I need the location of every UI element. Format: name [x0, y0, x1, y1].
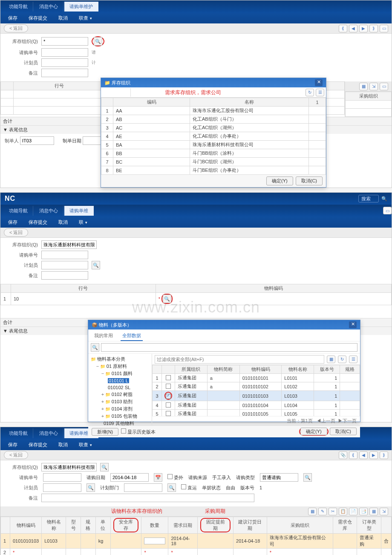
mm-local-search-icon[interactable]: 🔍: [91, 343, 99, 352]
dept-input[interactable]: [124, 483, 162, 492]
table-row[interactable]: 1乐通集团a0101010101L01011: [153, 374, 360, 382]
tree-01[interactable]: 01 原材料: [100, 364, 127, 369]
table-row[interactable]: [346, 101, 392, 109]
nav-prev-icon[interactable]: ◀: [359, 451, 368, 459]
save-submit-button[interactable]: 保存提交: [24, 218, 52, 226]
org-search-button[interactable]: 🔍: [100, 463, 109, 471]
mm-new-button[interactable]: 新增(N): [92, 428, 118, 436]
org-search-button[interactable]: 🔍: [94, 37, 102, 46]
tb-icon8[interactable]: ⇲: [380, 508, 388, 515]
tree-0103[interactable]: 0103 助剂: [105, 399, 133, 404]
cancel-button[interactable]: 取消: [54, 14, 72, 22]
table-row[interactable]: 2AB化工AB组织（斗门）: [101, 115, 326, 124]
org-input[interactable]: [41, 37, 88, 46]
calendar-icon[interactable]: 📅: [154, 473, 162, 482]
tree-0105[interactable]: 0105 包装物: [105, 413, 137, 419]
tree-010101-selected[interactable]: 010101 L: [108, 378, 129, 383]
nav-next-icon[interactable]: ▶: [369, 451, 378, 459]
planner-input[interactable]: [41, 261, 88, 269]
table-row[interactable]: 4AE化工AE组织（办事处）: [101, 132, 326, 141]
direct-checkbox[interactable]: [181, 484, 186, 489]
nav-last-icon[interactable]: ⟫: [380, 451, 388, 459]
po-no-input[interactable]: [43, 473, 81, 482]
planner-search-button[interactable]: 🔍: [86, 483, 95, 492]
table-row[interactable]: 3AC化工AC组织（湖州）: [101, 124, 326, 132]
refresh-icon[interactable]: ↻: [306, 89, 314, 96]
mm-prev-page[interactable]: ◀上一页: [317, 418, 335, 423]
tb-icon6[interactable]: 📑: [359, 508, 368, 515]
table-row[interactable]: 2 * * * *: [1, 549, 392, 555]
grid-icon[interactable]: ▦: [359, 83, 368, 90]
po-no-input[interactable]: [41, 251, 88, 259]
tree-0101[interactable]: 0101 颜料: [105, 371, 133, 376]
link-check-button[interactable]: 联查: [75, 14, 96, 22]
nav-next-icon[interactable]: ▶: [359, 25, 368, 32]
mm-next-page[interactable]: ▶下一页: [338, 418, 357, 423]
list-icon[interactable]: ☰: [316, 89, 324, 96]
save-button[interactable]: 保存: [4, 441, 22, 449]
tb-icon4[interactable]: 📋: [339, 508, 347, 515]
tab-po[interactable]: 请购单维: [64, 206, 94, 216]
modal-ok-button[interactable]: 确定(Y): [266, 176, 293, 185]
tb-icon5[interactable]: 📄: [349, 508, 357, 515]
save-button[interactable]: 保存: [4, 218, 22, 226]
tb-icon2[interactable]: ✎: [318, 508, 327, 515]
table-row[interactable]: 7BC斗门BC组织（湖州）: [101, 158, 326, 166]
tree-0104[interactable]: 0104 溶剂: [105, 406, 133, 411]
maximize-icon[interactable]: ▭: [380, 83, 388, 90]
mm-list-icon[interactable]: ☰: [349, 356, 357, 363]
tree-0109[interactable]: 0109 其他物料: [91, 420, 149, 425]
table-row[interactable]: 3乐通集团0101010103L01031: [153, 391, 360, 401]
back-button[interactable]: < 返回: [4, 228, 28, 237]
remark-input[interactable]: [41, 69, 88, 77]
dept-search-button[interactable]: 🔍: [167, 483, 176, 492]
table-row[interactable]: 4乐通集团0101010104L01041: [153, 401, 360, 410]
mm-local-search-input[interactable]: [101, 343, 357, 352]
remark-input[interactable]: [41, 271, 88, 280]
nav-first-icon[interactable]: ⟪: [339, 25, 347, 32]
mm-tab-all[interactable]: 全部数据: [121, 331, 143, 341]
tab-msg[interactable]: 消息中心: [34, 206, 63, 216]
cancel-button[interactable]: 取消: [54, 441, 72, 449]
mm-filter-input[interactable]: [155, 355, 324, 364]
max-icon[interactable]: ▭: [380, 25, 388, 32]
type-input[interactable]: [260, 473, 298, 482]
nav-first-icon[interactable]: ⟪: [349, 451, 357, 459]
mm-history-checkbox[interactable]: [121, 428, 126, 434]
table-row[interactable]: 1 0101010103 L0103 kg 2014-04-18 2014-04…: [1, 534, 392, 549]
table-row[interactable]: 5乐通集团0101010105L01051: [153, 410, 360, 416]
tb-icon3[interactable]: ✂: [329, 508, 337, 515]
mm-tab-mine[interactable]: 我的常用: [92, 331, 115, 341]
planner-input[interactable]: [41, 58, 88, 67]
table-row[interactable]: 1 10 * 🔍: [1, 293, 392, 305]
global-search[interactable]: 搜索: [358, 195, 379, 202]
mm-refresh-icon[interactable]: ↻: [338, 356, 346, 363]
po-no-input[interactable]: [41, 48, 88, 57]
tree-root[interactable]: 物料基本分类: [91, 356, 149, 363]
save-submit-button[interactable]: 保存提交: [24, 14, 52, 22]
nav-last-icon[interactable]: ⟫: [369, 25, 378, 32]
tab-nav[interactable]: 功能导航: [4, 428, 33, 438]
org-input[interactable]: [41, 240, 97, 249]
qty-input[interactable]: [144, 538, 165, 544]
planner-input[interactable]: [43, 483, 81, 492]
tab-msg[interactable]: 消息中心: [34, 2, 63, 12]
modal-search-input[interactable]: [101, 88, 131, 97]
type-search-button[interactable]: 🔍: [303, 473, 312, 482]
mm-col-icon[interactable]: ▦: [327, 356, 335, 363]
org-input[interactable]: [41, 463, 97, 471]
tree-0102[interactable]: 0102 树脂: [105, 392, 133, 397]
mm-ok-button[interactable]: 确定(Y): [300, 428, 327, 435]
table-row[interactable]: 2乐通集团a0101010102L01021: [153, 382, 360, 391]
tab-msg[interactable]: 消息中心: [34, 428, 63, 438]
po-date-input[interactable]: [110, 473, 149, 482]
save-button[interactable]: 保存: [4, 14, 22, 22]
cancel-button[interactable]: 取消: [54, 218, 72, 226]
table-row[interactable]: [346, 109, 392, 117]
planner-search-button[interactable]: 🔍: [92, 261, 100, 269]
attach-icon[interactable]: 📎: [339, 451, 347, 459]
tab-nav[interactable]: 功能导航: [4, 206, 33, 216]
tab-po[interactable]: 请购单维护: [64, 2, 98, 12]
link-check-button[interactable]: 联查: [75, 441, 96, 449]
table-row[interactable]: 6BB斗门BB组织（涂料）: [101, 149, 326, 158]
